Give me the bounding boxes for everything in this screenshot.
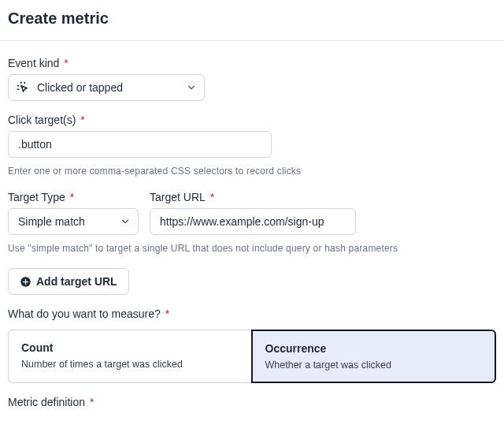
measure-option-title: Occurrence [265,342,483,355]
target-helper: Use "simple match" to target a single UR… [8,241,496,255]
click-targets-field: Click target(s) * Enter one or more comm… [8,114,496,178]
event-kind-label: Event kind [8,57,59,69]
event-kind-select[interactable]: Clicked or tapped [8,74,205,101]
measure-option-count[interactable]: Count Number of times a target was click… [8,330,251,383]
measure-option-desc: Whether a target was clicked [265,359,483,371]
add-target-url-button[interactable]: Add target URL [8,268,129,295]
required-indicator: * [80,114,84,126]
required-indicator: * [210,191,214,203]
plus-circle-icon [20,276,32,288]
add-target-url-row: Add target URL [8,268,496,295]
measure-option-desc: Number of times a target was clicked [21,359,239,370]
target-url-field: Target URL * [150,191,356,235]
event-kind-field: Event kind * Clicked or tapped [8,57,496,101]
click-targets-input[interactable] [8,131,272,158]
click-targets-label: Click target(s) [8,114,76,126]
target-type-field: Target Type * Simple match [8,191,139,235]
page-title: Create metric [0,0,504,40]
target-url-label: Target URL [150,191,206,203]
required-indicator: * [165,307,169,320]
target-type-label: Target Type [8,191,65,203]
required-indicator: * [64,57,68,69]
add-target-url-label: Add target URL [36,275,117,288]
metric-definition-label: Metric definition [8,396,85,408]
target-type-select[interactable]: Simple match [8,208,139,235]
target-url-input[interactable] [150,208,356,235]
measure-option-title: Count [21,341,239,354]
measure-label: What do you want to measure? [8,307,161,320]
click-targets-helper: Enter one or more comma-separated CSS se… [8,164,496,178]
required-indicator: * [90,396,94,408]
metric-definition-field: Metric definition * [8,396,496,413]
measure-field: What do you want to measure? * Count Num… [8,307,496,383]
required-indicator: * [70,191,74,203]
measure-option-occurrence[interactable]: Occurrence Whether a target was clicked [251,330,497,383]
target-row: Target Type * Simple match Target URL * … [8,191,496,255]
